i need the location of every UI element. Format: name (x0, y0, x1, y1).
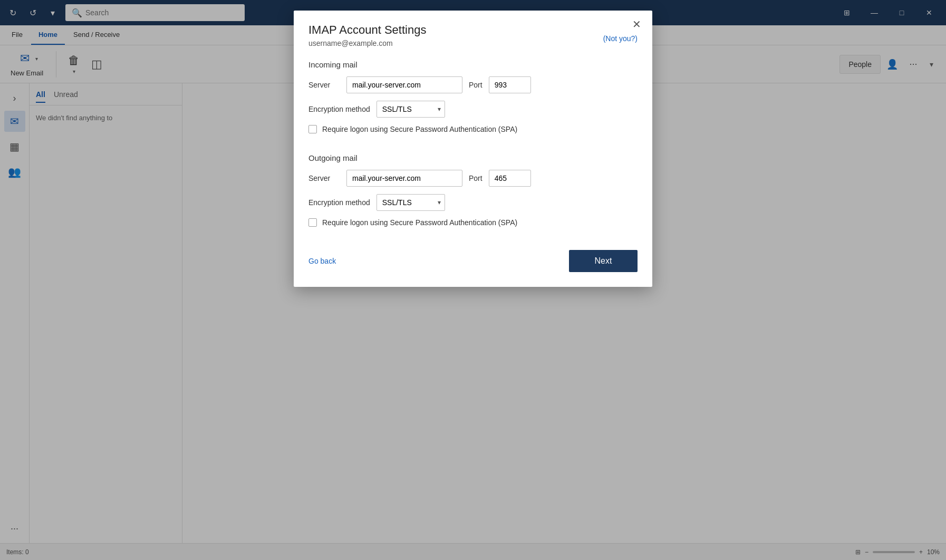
go-back-button[interactable]: Go back (308, 257, 336, 265)
imap-settings-modal: ✕ IMAP Account Settings username@example… (294, 11, 652, 287)
outgoing-spa-checkbox[interactable] (308, 218, 317, 227)
incoming-server-label: Server (308, 81, 340, 89)
incoming-port-label: Port (469, 81, 482, 89)
outgoing-spa-row: Require logon using Secure Password Auth… (308, 218, 638, 227)
outgoing-encryption-row: Encryption method SSL/TLS STARTTLS None … (308, 194, 638, 211)
incoming-encryption-label: Encryption method (308, 105, 370, 113)
outgoing-server-input[interactable] (346, 170, 462, 187)
modal-footer: Go back Next (294, 250, 652, 287)
incoming-port-input[interactable] (489, 76, 531, 93)
outgoing-spa-label: Require logon using Secure Password Auth… (322, 218, 517, 227)
modal-overlay: ✕ IMAP Account Settings username@example… (0, 0, 946, 560)
modal-close-button[interactable]: ✕ (629, 17, 644, 32)
modal-body: Incoming mail Server Port Encryption met… (294, 54, 652, 250)
incoming-server-row: Server Port (308, 76, 638, 93)
incoming-server-input[interactable] (346, 76, 462, 93)
incoming-encryption-select-wrapper: SSL/TLS STARTTLS None ▾ (377, 101, 445, 118)
outgoing-encryption-select[interactable]: SSL/TLS STARTTLS None (377, 194, 445, 211)
incoming-spa-label: Require logon using Secure Password Auth… (322, 125, 517, 133)
next-button[interactable]: Next (569, 250, 638, 272)
modal-header: IMAP Account Settings username@example.c… (294, 11, 652, 54)
incoming-encryption-row: Encryption method SSL/TLS STARTTLS None … (308, 101, 638, 118)
section-divider (308, 144, 638, 153)
modal-title: IMAP Account Settings (308, 23, 638, 37)
outgoing-port-label: Port (469, 174, 482, 182)
incoming-spa-checkbox[interactable] (308, 125, 317, 133)
incoming-encryption-select[interactable]: SSL/TLS STARTTLS None (377, 101, 445, 118)
outgoing-mail-label: Outgoing mail (308, 153, 638, 162)
outgoing-encryption-label: Encryption method (308, 198, 370, 207)
outgoing-server-label: Server (308, 174, 340, 182)
incoming-spa-row: Require logon using Secure Password Auth… (308, 125, 638, 133)
outgoing-port-input[interactable] (489, 170, 531, 187)
incoming-mail-label: Incoming mail (308, 60, 638, 69)
outgoing-encryption-select-wrapper: SSL/TLS STARTTLS None ▾ (377, 194, 445, 211)
outgoing-server-row: Server Port (308, 170, 638, 187)
not-you-button[interactable]: (Not you?) (603, 34, 638, 43)
modal-subtitle: username@example.com (308, 39, 393, 47)
